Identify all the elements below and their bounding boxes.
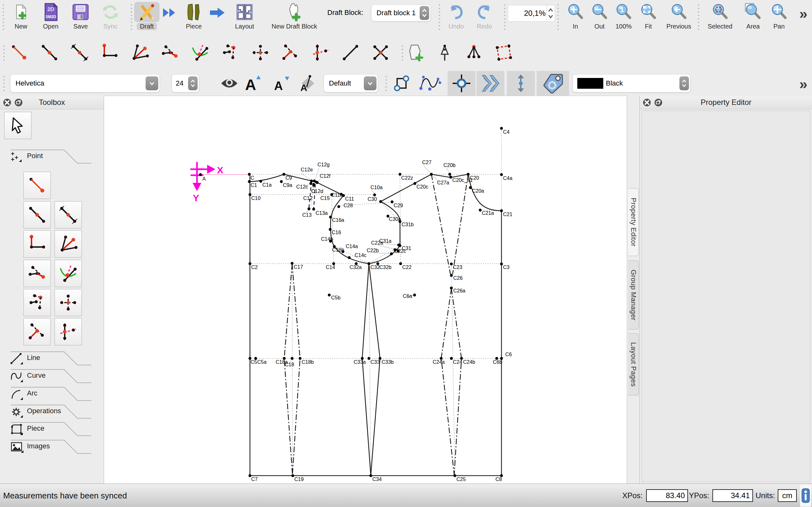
- point-tool-normal-button[interactable]: [23, 230, 51, 258]
- label-appearance-button[interactable]: A: [295, 71, 317, 96]
- zoom-stepper[interactable]: [546, 5, 555, 21]
- pattern-point: [373, 193, 376, 196]
- toolbox-section-arc[interactable]: Arc: [0, 387, 104, 401]
- toolbar-drag-handle[interactable]: [3, 75, 5, 92]
- toggle-point-precision[interactable]: [448, 71, 475, 96]
- prev-magnifier-icon: [663, 2, 695, 22]
- draft-label: Draft: [137, 23, 157, 30]
- pattern-point: [368, 357, 370, 360]
- draft-block-select[interactable]: Draft block 1: [371, 4, 431, 21]
- info-button[interactable]: [800, 485, 811, 507]
- point-label: C17: [294, 264, 303, 270]
- separator: [386, 75, 387, 92]
- save-button[interactable]: Save: [65, 0, 96, 34]
- side-tab-group-manager[interactable]: Group Manager: [628, 261, 639, 330]
- draft-mode-button[interactable]: Draft: [131, 0, 163, 34]
- toggle-wireframe[interactable]: [476, 71, 504, 96]
- label-template-select[interactable]: Default: [323, 74, 378, 93]
- point-label: C22z: [401, 175, 413, 181]
- draft-icon: [134, 2, 159, 22]
- point-normal-tool[interactable]: [100, 43, 120, 63]
- point-from-points-tool[interactable]: [220, 43, 241, 63]
- operations-section-icon: [9, 405, 23, 420]
- point-xy-cross-tool[interactable]: [250, 43, 270, 63]
- line-intersect-axis-tool[interactable]: [310, 43, 331, 63]
- close-icon[interactable]: [643, 98, 651, 107]
- increase-label-size-button[interactable]: A: [242, 71, 264, 96]
- toggle-seam-allowance[interactable]: [507, 71, 535, 96]
- cursor-arrow-icon: [11, 117, 25, 134]
- point-label: C: [251, 175, 254, 181]
- format-toolbar-overflow-chevron[interactable]: »: [799, 75, 808, 93]
- zoom-percent-field[interactable]: 20,1%: [508, 5, 549, 21]
- new-draft-block-button[interactable]: New Draft Block: [267, 0, 321, 34]
- point-tool-shortest-button[interactable]: [23, 260, 51, 287]
- pan-button[interactable]: Pan: [763, 0, 795, 34]
- toolbox-section-piece[interactable]: Piece: [0, 422, 104, 436]
- point-tool-dashcross-button[interactable]: [55, 289, 82, 316]
- point-along-line-tool[interactable]: [69, 43, 90, 63]
- point-label: C26: [453, 275, 462, 281]
- zoom-previous-button[interactable]: Previous: [663, 0, 695, 34]
- point-intersect-xy-tool[interactable]: [370, 43, 391, 63]
- draft-canvas[interactable]: XYACC1C1aC9C9aC10C10aC15C11aC11C28C16aC1…: [104, 96, 627, 484]
- toolbox-section-images[interactable]: Images: [0, 440, 104, 454]
- new-button[interactable]: New: [5, 0, 37, 34]
- toolbar-drag-handle[interactable]: [3, 3, 4, 31]
- toolbox-section-curve[interactable]: Curve: [0, 369, 104, 383]
- pen-path-tool[interactable]: [435, 43, 455, 63]
- line-tool[interactable]: [340, 43, 361, 63]
- side-tab-property-editor[interactable]: Property Editor: [628, 188, 639, 256]
- point-tool-midpoint-button[interactable]: [23, 201, 51, 228]
- toolbox-section-operations[interactable]: Operations: [0, 404, 104, 419]
- close-icon[interactable]: [3, 98, 11, 107]
- toggle-piece-mode[interactable]: [391, 71, 413, 96]
- zoom-selected-button[interactable]: Selected: [704, 0, 736, 34]
- zoom-fit-button[interactable]: Fit: [632, 0, 664, 34]
- point-tool-pt-dist-button[interactable]: [23, 172, 51, 199]
- toggle-curve-handles[interactable]: [417, 71, 444, 96]
- point-tool-scatter-button[interactable]: [23, 289, 51, 316]
- pattern-point: [310, 182, 312, 185]
- decrease-label-size-button[interactable]: A: [270, 71, 292, 96]
- point-tool-segint-button[interactable]: [23, 318, 51, 345]
- sync-button[interactable]: Sync: [95, 0, 126, 34]
- toolbox-section-point[interactable]: Point: [0, 149, 104, 164]
- internal-path-tool[interactable]: [493, 43, 513, 63]
- point-curve-intersect-tool[interactable]: [190, 43, 210, 63]
- select-tool-button[interactable]: [4, 112, 32, 139]
- toggle-labels[interactable]: [537, 71, 569, 96]
- line-color-select[interactable]: Black: [572, 74, 691, 93]
- piece-mode-button[interactable]: Piece: [178, 0, 210, 34]
- undo-button[interactable]: Undo: [440, 0, 472, 34]
- line-intersect-tool[interactable]: [281, 43, 301, 63]
- point-label: C34: [372, 476, 382, 482]
- toolbar-overflow-chevron[interactable]: »: [799, 5, 808, 22]
- pattern-point: [397, 244, 400, 246]
- font-size-spinner[interactable]: 24: [171, 74, 199, 93]
- point-shortest-distance-tool[interactable]: [160, 43, 180, 63]
- point-midpoint-tool[interactable]: [39, 43, 60, 63]
- point-tool-lineaxis-button[interactable]: [55, 318, 82, 345]
- toolbar-drag-handle[interactable]: [3, 44, 5, 61]
- point-label: C14a: [346, 244, 358, 249]
- show-point-names-toggle[interactable]: [218, 71, 241, 96]
- anchor-point-tool[interactable]: [464, 43, 484, 63]
- new-piece-tool[interactable]: [405, 43, 426, 63]
- open-button[interactable]: 2DSM2D Open: [35, 0, 67, 34]
- point-at-distance-tool[interactable]: [9, 43, 30, 63]
- side-tab-layout-pages[interactable]: Layout Pages: [628, 333, 639, 395]
- point-label: C4a: [503, 176, 512, 181]
- font-family-select[interactable]: Helvetica: [10, 74, 160, 93]
- layout-mode-button[interactable]: Layout: [229, 0, 260, 34]
- pattern-point: [430, 173, 433, 176]
- point-tool-bisector-button[interactable]: [55, 230, 82, 258]
- point-bisector-tool[interactable]: [130, 43, 150, 63]
- float-panel-icon[interactable]: [14, 98, 23, 107]
- section-label: Point: [27, 152, 43, 160]
- point-tool-along-button[interactable]: [55, 201, 82, 228]
- redo-button[interactable]: Redo: [468, 0, 500, 34]
- point-tool-curveint-button[interactable]: [55, 260, 82, 287]
- toolbox-section-line[interactable]: Line: [0, 351, 104, 366]
- float-panel-icon[interactable]: [654, 98, 663, 107]
